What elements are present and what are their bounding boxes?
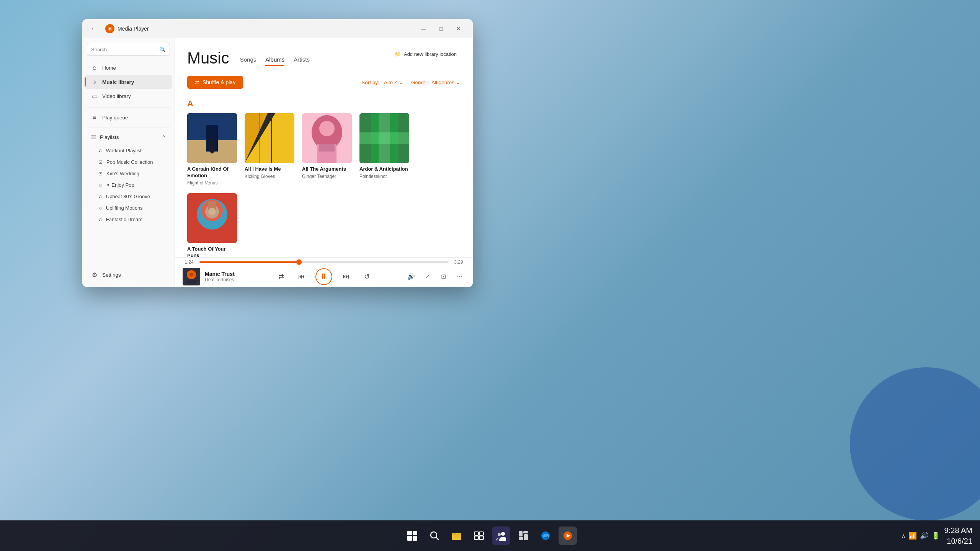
sidebar-item-kims-wedding[interactable]: ⊡ Kim's Wedding: [85, 168, 172, 179]
settings-label: Settings: [102, 272, 121, 278]
tab-artists[interactable]: Artists: [294, 56, 310, 66]
playlist-icon: ♫: [98, 205, 102, 211]
taskbar-media-player[interactable]: [559, 527, 577, 545]
sidebar-item-uplifting[interactable]: ♫ Uplifting Motions: [85, 202, 172, 214]
sidebar-divider-1: [87, 108, 170, 108]
album-card-all-i-have[interactable]: All I Have Is Me Kicking Gloves: [245, 113, 294, 186]
album-card-touch-punk[interactable]: A Touch Of Your Punk Compass Tribute: [187, 193, 237, 257]
progress-row: 1:24 3:29: [183, 259, 465, 265]
back-button[interactable]: ←: [88, 23, 100, 35]
sidebar-item-music-library[interactable]: ♪ Music library: [85, 75, 172, 89]
playlists-header[interactable]: ☰ Playlists ⌃: [85, 130, 172, 144]
sidebar-item-pop-collection[interactable]: ⊡ Pop Music Collection: [85, 156, 172, 168]
sort-genre-controls: Sort by: A to Z ⌄ Genre: All genres ⌄: [361, 79, 461, 85]
svg-rect-48: [413, 536, 417, 541]
genre-control[interactable]: Genre: All genres ⌄: [411, 79, 461, 85]
now-playing-thumb: [183, 268, 200, 285]
sidebar-footer: ⚙ Settings: [82, 263, 175, 287]
taskbar-teams[interactable]: [492, 527, 510, 545]
tab-songs[interactable]: Songs: [240, 56, 256, 66]
progress-fill: [199, 261, 299, 263]
album-card-certain-kind[interactable]: A Certain Kind Of Emotion Flight of Venu…: [187, 113, 237, 186]
sidebar-item-home[interactable]: ⌂ Home: [85, 61, 172, 75]
fullscreen-button[interactable]: ⤢: [421, 271, 433, 282]
album-art-certain-kind: [187, 113, 237, 163]
page-title: Music: [187, 49, 229, 67]
playlist-label: Upbeat 80's Groove: [106, 194, 150, 199]
sort-value: A to Z: [384, 80, 397, 85]
wifi-icon[interactable]: 📶: [908, 531, 917, 540]
playlist-label: Uplifting Motions: [106, 205, 143, 211]
maximize-button[interactable]: □: [432, 23, 450, 35]
svg-rect-47: [407, 536, 412, 541]
svg-rect-60: [519, 531, 523, 536]
albums-scroll[interactable]: A: [175, 93, 473, 257]
media-player-window: ← Media Player — □ ✕ 🔍 ⌂ Home: [82, 19, 473, 287]
playlist-icon: ⊡: [98, 159, 103, 165]
sidebar-item-upbeat[interactable]: ♫ Upbeat 80's Groove: [85, 191, 172, 202]
sort-by-control[interactable]: Sort by: A to Z ⌄: [361, 79, 403, 85]
shuffle-icon: ⇄: [195, 79, 199, 85]
shuffle-button[interactable]: ⇄: [274, 270, 288, 284]
album-card-all-arguments[interactable]: All The Arguments Ginger Teenager: [302, 113, 352, 186]
svg-rect-53: [452, 533, 456, 535]
add-library-button[interactable]: 📁 Add new library location: [391, 49, 461, 59]
repeat-button[interactable]: ↺: [360, 270, 374, 284]
volume-button[interactable]: 🔊: [405, 271, 417, 282]
album-card-ardor[interactable]: Ardor & Anticipation Pointlessknot: [359, 113, 409, 186]
minimize-button[interactable]: —: [415, 23, 432, 35]
battery-icon[interactable]: 🔋: [931, 531, 940, 540]
volume-icon[interactable]: 🔊: [920, 531, 928, 540]
sidebar-item-video-library[interactable]: ▭ Video library: [85, 89, 172, 103]
miniplayer-button[interactable]: ⊡: [438, 271, 449, 282]
sidebar-item-play-queue[interactable]: ≡ Play queue: [85, 111, 172, 124]
tab-albums[interactable]: Albums: [265, 56, 284, 66]
taskbar-file-explorer[interactable]: [448, 527, 466, 545]
close-button[interactable]: ✕: [450, 23, 467, 35]
taskbar-widgets[interactable]: [514, 527, 532, 545]
sort-chevron-icon: ⌄: [399, 79, 403, 85]
albums-row-a: A Certain Kind Of Emotion Flight of Venu…: [187, 113, 461, 257]
search-icon: 🔍: [159, 46, 166, 52]
shuffle-play-button[interactable]: ⇄ Shuffle & play: [187, 76, 243, 89]
taskbar-search-button[interactable]: [425, 527, 444, 545]
main-header: Music Songs Albums Artists 📁 Add new lib…: [175, 38, 473, 93]
taskbar-clock[interactable]: 9:28 AM 10/6/21: [944, 525, 972, 546]
genre-chevron-icon: ⌄: [456, 79, 461, 85]
album-name: A Certain Kind Of Emotion: [187, 166, 237, 179]
taskbar-start-button[interactable]: [403, 527, 421, 545]
sidebar-item-fantastic[interactable]: ♫ Fantastic Dream: [85, 214, 172, 225]
section-a: A: [187, 99, 461, 257]
shuffle-label: Shuffle & play: [203, 79, 235, 85]
sidebar-item-enjoy-pop[interactable]: ♫ ✦ Enjoy Pop: [85, 179, 172, 191]
playlist-icon: ♫: [98, 148, 102, 153]
svg-rect-61: [523, 531, 528, 533]
svg-rect-57: [479, 536, 483, 540]
sidebar-divider-2: [87, 127, 170, 127]
search-box[interactable]: 🔍: [87, 43, 170, 56]
playlist-label: Fantastic Dream: [106, 217, 142, 222]
taskbar-right: ∧ 📶 🔊 🔋 9:28 AM 10/6/21: [902, 525, 972, 546]
sidebar-item-workout[interactable]: ♫ Workout Playlist: [85, 145, 172, 156]
search-input[interactable]: [91, 47, 159, 52]
album-art-image: [302, 113, 352, 163]
album-name: Ardor & Anticipation: [359, 166, 409, 173]
settings-icon: ⚙: [91, 271, 98, 279]
pause-button[interactable]: ⏸: [315, 268, 332, 285]
next-button[interactable]: ⏭: [339, 270, 353, 284]
playlist-icon: ♫: [98, 182, 102, 188]
titlebar: ← Media Player — □ ✕: [82, 19, 473, 38]
expand-tray-icon[interactable]: ∧: [902, 533, 905, 539]
progress-track[interactable]: [199, 261, 448, 263]
previous-button[interactable]: ⏮: [295, 270, 309, 284]
main-title-row: Music Songs Albums Artists 📁 Add new lib…: [187, 49, 461, 67]
player-controls-row: Manic Trust Deaf Tortoises ⇄ ⏮ ⏸ ⏭ ↺ 🔊 ⤢: [183, 268, 465, 285]
now-playing-info: Manic Trust Deaf Tortoises: [205, 271, 235, 282]
playlist-label: ✦ Enjoy Pop: [106, 182, 134, 188]
album-art-touch-punk: [187, 193, 237, 243]
taskbar-edge[interactable]: [536, 527, 555, 545]
taskbar-task-view[interactable]: [470, 527, 488, 545]
more-button[interactable]: ⋯: [454, 271, 465, 282]
svg-rect-22: [379, 113, 390, 163]
sidebar-item-settings[interactable]: ⚙ Settings: [85, 268, 172, 282]
